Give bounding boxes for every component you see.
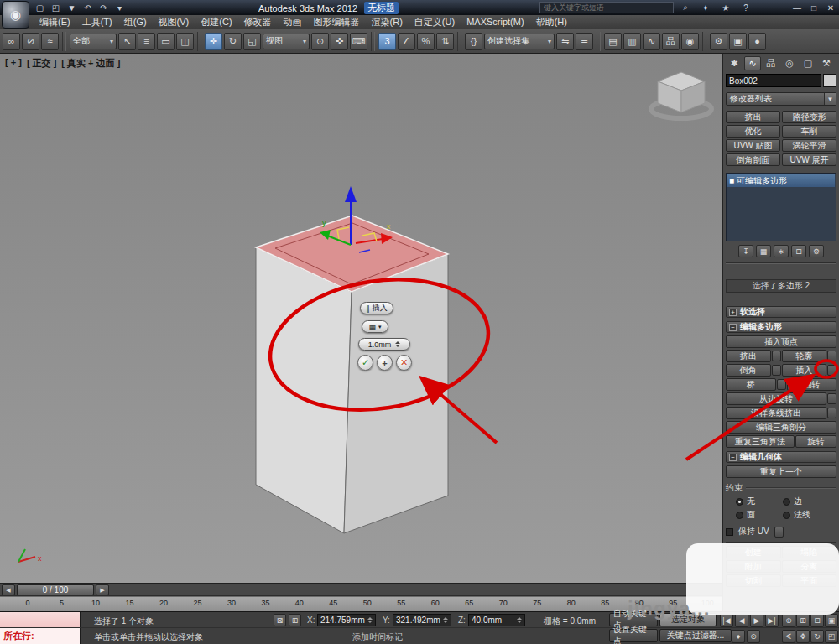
modifier-stack[interactable]: ■ 可编辑多边形 xyxy=(726,173,836,242)
menu-item[interactable]: 渲染(R) xyxy=(366,15,409,29)
app-logo[interactable]: ◉ xyxy=(2,1,29,29)
reference-coordinate-dropdown[interactable]: 视图▾ xyxy=(263,34,310,49)
rectangular-selection-region-icon[interactable]: ▭ xyxy=(157,33,175,50)
object-name-field[interactable]: Box002 xyxy=(726,74,821,87)
key-filters-button[interactable]: 关键点过滤器... xyxy=(659,629,732,642)
constraint-none-radio[interactable]: 无 xyxy=(736,496,779,507)
outline-settings-button[interactable] xyxy=(827,351,836,361)
time-configuration-icon[interactable]: ⊙ xyxy=(747,630,760,643)
spinner-snap-icon[interactable]: ⇅ xyxy=(436,33,454,50)
caddy-inset-amount-spinner[interactable]: 1.0mm xyxy=(358,338,410,351)
caddy-group-mode-dropdown[interactable]: ▦ ▾ xyxy=(362,320,388,333)
menu-item[interactable]: 动画 xyxy=(278,15,308,29)
hinge-from-edge-button[interactable]: 从边旋转 xyxy=(726,392,826,405)
stack-item-editable-poly[interactable]: ■ 可编辑多边形 xyxy=(727,174,835,187)
modifier-button[interactable]: UVW 展开 xyxy=(782,153,836,166)
modifier-button[interactable]: 倒角剖面 xyxy=(726,153,780,166)
viewport[interactable]: [ + ] [ 正交 ] [ 真实 + 边面 ] xyxy=(0,54,722,583)
percent-snap-icon[interactable]: % xyxy=(417,33,435,50)
tab-modify[interactable]: ∿ xyxy=(744,56,761,70)
select-and-link-icon[interactable]: ∞ xyxy=(3,33,20,50)
window-crossing-icon[interactable]: ◫ xyxy=(176,33,194,50)
constraint-face-radio[interactable]: 面 xyxy=(736,509,779,521)
select-and-rotate-icon[interactable]: ↻ xyxy=(224,33,242,50)
z-coordinate-field[interactable]: 40.0mm xyxy=(468,614,525,626)
hinge-settings-button[interactable] xyxy=(827,393,836,404)
help-icon[interactable]: ? xyxy=(740,2,752,13)
extrude-along-spline-button[interactable]: 沿样条线挤出 xyxy=(726,407,826,419)
rollout-edit-geometry[interactable]: − 编辑几何体 xyxy=(726,451,836,463)
tab-display[interactable]: ▢ xyxy=(800,56,816,70)
inset-button[interactable]: 插入 xyxy=(782,364,827,377)
x-coordinate-field[interactable]: 214.759mm xyxy=(317,614,376,626)
schematic-view-icon[interactable]: 品 xyxy=(662,33,680,50)
pan-icon[interactable]: ✥ xyxy=(796,630,810,643)
rendered-frame-window-icon[interactable]: ▣ xyxy=(729,33,747,50)
tab-utilities[interactable]: ⚒ xyxy=(818,56,835,70)
select-and-manipulate-icon[interactable]: ✜ xyxy=(331,33,348,50)
use-pivot-point-icon[interactable]: ⊙ xyxy=(311,33,329,50)
go-to-end-button[interactable]: ▶| xyxy=(765,614,779,627)
search-icon[interactable]: ⌕ xyxy=(680,2,691,13)
configure-modifier-sets-icon[interactable]: ⚙ xyxy=(809,245,824,257)
modifier-button[interactable]: 车削 xyxy=(782,125,836,138)
box-object[interactable] xyxy=(256,216,448,533)
time-slider[interactable]: ◀ 0 / 100 ▶ xyxy=(0,583,722,596)
spinner-arrows-icon[interactable] xyxy=(443,617,448,623)
repeat-last-button[interactable]: 重复上一个 xyxy=(726,465,836,478)
zoom-extents-icon[interactable]: ⊡ xyxy=(810,614,824,627)
menu-item[interactable]: 工具(T) xyxy=(76,15,118,29)
preserve-uv-checkbox[interactable] xyxy=(726,528,733,536)
field-of-view-icon[interactable]: ∢ xyxy=(782,630,795,643)
maxscript-mini-listener[interactable]: 所在行: xyxy=(0,628,81,644)
close-button[interactable]: ✕ xyxy=(825,2,836,13)
minimize-button[interactable]: — xyxy=(791,2,803,13)
menu-item[interactable]: 编辑(E) xyxy=(34,15,76,29)
collapse-icon[interactable]: − xyxy=(729,454,737,461)
material-editor-icon[interactable]: ◉ xyxy=(681,33,699,50)
extrude-button[interactable]: 挤出 xyxy=(726,350,771,362)
redo-icon[interactable]: ↷ xyxy=(97,2,110,13)
make-unique-icon[interactable]: ∗ xyxy=(774,245,789,257)
set-key-button[interactable]: 设置关键点 xyxy=(609,629,658,642)
modifier-button[interactable]: 挤出 xyxy=(726,111,780,123)
communication-center-icon[interactable]: ✦ xyxy=(700,2,711,13)
selection-lock-icon[interactable]: ⊠ xyxy=(274,614,286,626)
align-icon[interactable]: ≣ xyxy=(576,33,593,50)
bevel-button[interactable]: 倒角 xyxy=(726,364,771,377)
modifier-button[interactable]: 优化 xyxy=(726,125,780,138)
key-mode-toggle-icon[interactable]: ♦ xyxy=(732,630,745,643)
object-color-swatch[interactable] xyxy=(823,74,836,87)
unlink-selection-icon[interactable]: ⊘ xyxy=(22,33,39,50)
curve-editor-icon[interactable]: ∿ xyxy=(643,33,660,50)
maximize-button[interactable]: □ xyxy=(808,2,820,13)
tab-create[interactable]: ✱ xyxy=(726,56,743,70)
caddy-cancel-button[interactable]: ✕ xyxy=(396,355,412,371)
tab-motion[interactable]: ◎ xyxy=(781,56,798,70)
modifier-list-dropdown[interactable]: 修改器列表 ▼ xyxy=(726,92,836,106)
show-end-result-icon[interactable]: ▦ xyxy=(756,245,771,257)
extrude-along-spline-settings-button[interactable] xyxy=(827,408,836,418)
edit-triangulation-button[interactable]: 编辑三角剖分 xyxy=(726,421,836,434)
bevel-settings-button[interactable] xyxy=(772,365,781,376)
favorites-icon[interactable]: ★ xyxy=(720,2,732,13)
modifier-button[interactable]: UVW 贴图 xyxy=(726,139,780,152)
bridge-button[interactable]: 桥 xyxy=(726,378,776,391)
render-production-icon[interactable]: ● xyxy=(748,33,766,50)
keyboard-shortcut-override-icon[interactable]: ⌨ xyxy=(350,33,367,50)
play-button[interactable]: ▶ xyxy=(750,614,763,627)
retriangulate-button[interactable]: 重复三角算法 xyxy=(726,435,795,448)
zoom-icon[interactable]: ⊕ xyxy=(782,614,795,627)
undo-icon[interactable]: ↶ xyxy=(81,2,94,13)
select-and-move-icon[interactable]: ✛ xyxy=(205,33,222,50)
menu-item[interactable]: 帮助(H) xyxy=(530,15,573,29)
previous-frame-arrow[interactable]: ◀ xyxy=(2,584,15,595)
caddy-apply-button[interactable]: + xyxy=(377,355,393,371)
inset-settings-button[interactable] xyxy=(827,365,836,376)
menu-item[interactable]: 创建(C) xyxy=(195,15,237,29)
caddy-ok-button[interactable]: ✓ xyxy=(357,355,373,371)
menu-item[interactable]: MAXScript(M) xyxy=(461,15,529,29)
viewport-menu-shading[interactable]: [ 真实 + 边面 ] xyxy=(61,57,120,70)
viewport-menu-pov[interactable]: [ 正交 ] xyxy=(27,57,56,70)
constraint-edge-radio[interactable]: 边 xyxy=(783,496,826,507)
